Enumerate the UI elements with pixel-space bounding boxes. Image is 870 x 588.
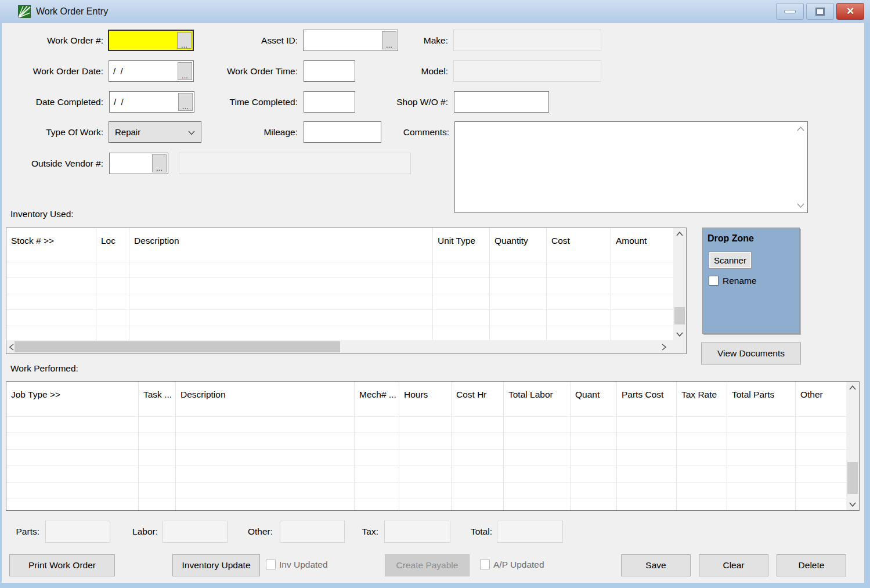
table-grid-lines: [6, 417, 846, 510]
scroll-down-arrow[interactable]: [673, 329, 686, 340]
other-total-input: [280, 521, 344, 542]
other-total-field-wrap: [280, 521, 345, 543]
scrollbar-thumb[interactable]: [847, 462, 858, 494]
minimize-icon: [784, 10, 796, 13]
type-of-work-value: Repair: [115, 127, 140, 137]
inventory-update-button[interactable]: Inventory Update: [172, 554, 260, 576]
make-field-wrap: [453, 30, 601, 51]
maximize-icon: [815, 8, 825, 16]
labor-total-field-wrap: [163, 521, 228, 543]
chevron-left-icon: [9, 344, 14, 351]
outside-vendor-name-field-wrap: [179, 153, 411, 174]
rename-checkbox[interactable]: [709, 276, 719, 286]
rename-checkbox-label: Rename: [723, 275, 757, 286]
asset-id-label: Asset ID:: [222, 30, 298, 51]
inventory-vertical-scrollbar[interactable]: [673, 228, 686, 340]
chevron-down-icon: [797, 203, 804, 208]
date-completed-browse-button[interactable]: ...: [178, 93, 193, 111]
shop-wo-input[interactable]: [454, 92, 548, 112]
outside-vendor-name-input: [179, 153, 410, 174]
scanner-button[interactable]: Scanner: [709, 251, 752, 269]
work-order-date-label: Work Order Date:: [10, 60, 103, 82]
maximize-button[interactable]: [806, 3, 834, 20]
chevron-down-icon: [676, 332, 683, 337]
work-performed-vertical-scrollbar[interactable]: [846, 382, 859, 510]
outside-vendor-field-wrap: ...: [109, 153, 168, 174]
chevron-up-icon: [676, 232, 683, 236]
chevron-down-icon: [188, 131, 195, 135]
inv-updated-checkbox[interactable]: [266, 560, 276, 569]
inventory-horizontal-scrollbar[interactable]: [6, 340, 686, 353]
scroll-up-arrow[interactable]: [846, 382, 859, 394]
inv-updated-checkbox-label: Inv Updated: [279, 559, 328, 570]
work-order-date-browse-button[interactable]: ...: [178, 62, 192, 80]
window-title: Work Order Entry: [36, 0, 108, 23]
ap-updated-checkbox-label: A/P Updated: [493, 559, 544, 570]
chevron-right-icon: [662, 344, 666, 351]
scrollbar-thumb[interactable]: [674, 307, 685, 324]
mileage-input[interactable]: [304, 122, 381, 142]
work-performed-table[interactable]: Job Type >> Task ... Description Mech# .…: [6, 381, 860, 511]
model-input: [454, 61, 601, 81]
inventory-used-table[interactable]: Stock # >> Loc Description Unit Type Qua…: [6, 228, 687, 354]
parts-total-field-wrap: [45, 521, 110, 543]
outside-vendor-label: Outside Vendor #:: [10, 153, 103, 174]
ap-updated-checkbox[interactable]: [480, 560, 490, 569]
model-field-wrap: [453, 60, 601, 82]
comments-scroll-up-arrow[interactable]: [795, 124, 806, 134]
other-total-label: Other:: [238, 521, 273, 543]
save-button[interactable]: Save: [621, 554, 691, 576]
view-documents-button[interactable]: View Documents: [701, 342, 801, 365]
work-order-time-input[interactable]: [304, 61, 355, 81]
work-order-number-browse-button[interactable]: ...: [177, 32, 192, 49]
titlebar[interactable]: Work Order Entry ✕: [0, 0, 870, 23]
create-payable-button: Create Payable: [385, 554, 470, 576]
grand-total-label: Total:: [457, 521, 492, 543]
drop-zone-panel[interactable]: Drop Zone Scanner Rename: [702, 228, 800, 334]
scrollbar-thumb[interactable]: [15, 341, 340, 352]
comments-label: Comments:: [391, 121, 449, 143]
work-order-time-field-wrap: [304, 60, 355, 82]
time-completed-input[interactable]: [304, 92, 355, 112]
date-completed-label: Date Completed:: [10, 91, 103, 113]
scroll-right-arrow[interactable]: [659, 340, 669, 353]
delete-button[interactable]: Delete: [777, 554, 846, 576]
time-completed-field-wrap: [304, 91, 355, 113]
work-order-date-field-wrap: ...: [109, 60, 194, 82]
chevron-down-icon: [849, 502, 856, 507]
clear-button[interactable]: Clear: [699, 554, 768, 576]
asset-id-field-wrap: ...: [303, 30, 398, 51]
chevron-up-icon: [849, 385, 856, 390]
time-completed-label: Time Completed:: [205, 91, 298, 113]
print-work-order-button[interactable]: Print Work Order: [9, 554, 115, 576]
shop-wo-field-wrap: [454, 91, 549, 113]
app-icon: [18, 5, 31, 18]
work-order-time-label: Work Order Time:: [205, 60, 298, 82]
outside-vendor-browse-button[interactable]: ...: [152, 154, 167, 172]
model-label: Model:: [390, 60, 448, 82]
mileage-field-wrap: [304, 121, 381, 143]
comments-scroll-down-arrow[interactable]: [795, 200, 806, 211]
inventory-used-section-label: Inventory Used:: [10, 209, 74, 219]
tax-total-input: [385, 521, 450, 542]
close-icon: ✕: [846, 5, 854, 17]
labor-total-label: Labor:: [123, 521, 158, 543]
close-button[interactable]: ✕: [836, 3, 864, 20]
chevron-up-icon: [797, 127, 804, 131]
work-order-entry-window: Work Order Entry ✕ Work Order #: ... Ass…: [0, 0, 870, 588]
date-completed-field-wrap: ...: [109, 91, 194, 113]
labor-total-input: [163, 521, 227, 542]
scroll-up-arrow[interactable]: [673, 228, 686, 240]
comments-textarea[interactable]: [455, 122, 807, 212]
tax-total-field-wrap: [384, 521, 450, 543]
type-of-work-label: Type Of Work:: [10, 121, 103, 143]
tax-total-label: Tax:: [344, 521, 378, 543]
work-performed-section-label: Work Performed:: [10, 363, 78, 374]
scroll-down-arrow[interactable]: [846, 499, 859, 510]
table-grid-lines: [6, 262, 673, 340]
minimize-button[interactable]: [776, 3, 804, 20]
type-of-work-select[interactable]: Repair: [109, 121, 201, 143]
parts-total-label: Parts:: [5, 521, 39, 543]
comments-field-wrap: [454, 121, 808, 213]
grand-total-input: [497, 521, 562, 542]
